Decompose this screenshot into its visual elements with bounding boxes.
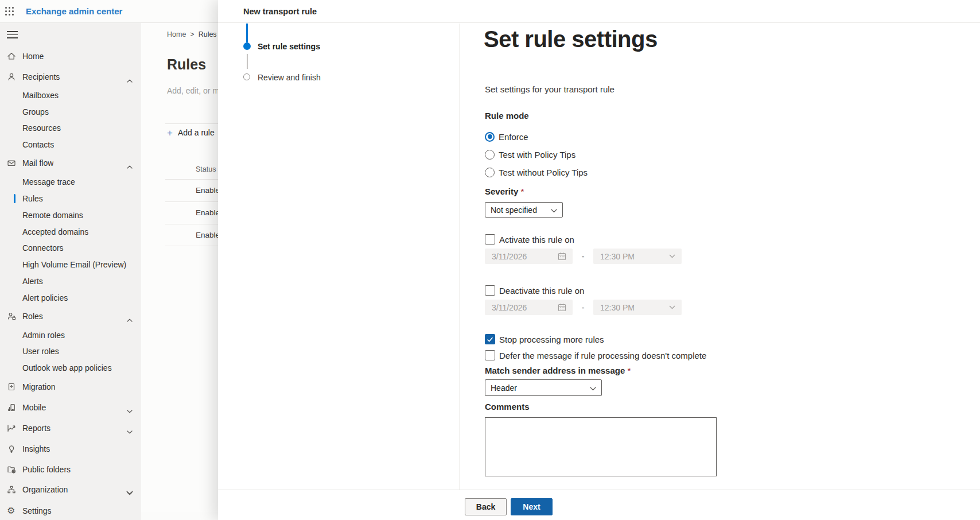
- step-current-dot: [243, 42, 251, 50]
- sidebar-item-alert-policies[interactable]: Alert policies: [0, 289, 141, 306]
- table-row-status[interactable]: Enabled: [196, 231, 218, 239]
- table-divider: [165, 201, 218, 202]
- sidebar-item-connectors[interactable]: Connectors: [0, 239, 141, 257]
- match-sender-label: Match sender address in message *: [485, 366, 631, 375]
- sidebar-item-mobile[interactable]: Mobile: [0, 399, 141, 416]
- chevron-up-icon: [127, 75, 133, 84]
- chevron-down-icon: [669, 254, 675, 258]
- radio-button[interactable]: [485, 168, 495, 177]
- sidebar-item-settings[interactable]: ⚙ Settings: [0, 502, 141, 519]
- sidebar-item-groups[interactable]: Groups: [0, 103, 141, 121]
- sidebar-item-insights[interactable]: Insights: [0, 440, 141, 457]
- chevron-down-icon: [127, 426, 133, 436]
- page-title: Rules: [167, 56, 206, 73]
- sidebar-item-alerts[interactable]: Alerts: [0, 273, 141, 290]
- radio-test-without-policy-tips[interactable]: Test without Policy Tips: [485, 167, 588, 177]
- severity-dropdown[interactable]: Not specified: [485, 202, 563, 218]
- exchange-admin-center-app: Exchange admin center Home Recipients Ma…: [0, 0, 980, 520]
- sidebar-item-recipients[interactable]: Recipients: [0, 68, 141, 86]
- sidebar-item-remote-domains[interactable]: Remote domains: [0, 207, 141, 224]
- radio-enforce[interactable]: Enforce: [485, 131, 528, 142]
- defer-message-checkbox-row[interactable]: Defer the message if rule processing doe…: [485, 350, 706, 360]
- status-column-header: Status: [196, 165, 216, 173]
- sidebar-item-message-trace[interactable]: Message trace: [0, 173, 141, 191]
- sidebar-item-admin-roles[interactable]: Admin roles: [0, 327, 141, 344]
- steps-content-divider: [459, 24, 460, 490]
- checkbox-unchecked[interactable]: [485, 350, 495, 360]
- breadcrumb: Home > Rules: [167, 30, 217, 38]
- sidebar-item-high-volume-email[interactable]: High Volume Email (Preview): [0, 256, 141, 273]
- lightbulb-icon: [7, 444, 22, 453]
- wizard-step-review-and-finish[interactable]: Review and finish: [258, 73, 321, 82]
- back-button[interactable]: Back: [465, 498, 507, 515]
- mail-icon: [7, 158, 22, 168]
- app-launcher-waffle-icon[interactable]: [5, 7, 15, 17]
- sidebar-item-accepted-domains[interactable]: Accepted domains: [0, 223, 141, 240]
- date-time-separator: -: [580, 303, 586, 312]
- sidebar-item-public-folders[interactable]: Public folders: [0, 461, 141, 478]
- deactivate-time-dropdown-disabled: 12:30 PM: [593, 300, 682, 315]
- match-sender-dropdown[interactable]: Header: [485, 379, 602, 396]
- footer-divider: [218, 490, 980, 490]
- chevron-down-icon: [669, 305, 675, 309]
- sidebar-item-home[interactable]: Home: [0, 48, 141, 65]
- flyout-header: New transport rule: [218, 0, 980, 23]
- sidebar-item-migration[interactable]: Migration: [0, 378, 141, 395]
- chevron-up-icon: [127, 315, 133, 324]
- add-a-rule-button[interactable]: + Add a rule: [167, 126, 215, 139]
- chevron-down-icon: [551, 205, 557, 215]
- activate-rule-checkbox-row[interactable]: Activate this rule on: [485, 234, 574, 245]
- next-button[interactable]: Next: [511, 498, 553, 515]
- severity-label: Severity *: [485, 187, 524, 196]
- activate-date-field-disabled: 3/11/2026: [485, 249, 573, 264]
- content-heading: Set rule settings: [484, 26, 658, 52]
- sidebar-item-rules[interactable]: Rules: [0, 190, 141, 207]
- sidebar-item-reports[interactable]: Reports: [0, 420, 141, 437]
- required-asterisk: *: [521, 187, 524, 196]
- sidebar-scroll-down-icon[interactable]: [126, 487, 133, 497]
- radio-button-selected[interactable]: [485, 132, 495, 142]
- home-icon: [7, 52, 22, 61]
- flyout-title: New transport rule: [243, 7, 317, 16]
- sidebar-item-roles[interactable]: Roles: [0, 308, 141, 325]
- calendar-icon: [558, 303, 566, 312]
- required-asterisk: *: [627, 366, 631, 375]
- person-icon: [7, 72, 22, 82]
- chevron-up-icon: [127, 161, 133, 170]
- table-row-status[interactable]: Enabled: [196, 186, 218, 195]
- chevron-down-icon: [590, 383, 596, 393]
- comments-textarea[interactable]: [485, 417, 717, 476]
- toolbar-divider: [165, 123, 218, 124]
- breadcrumb-current: Rules: [199, 30, 217, 38]
- radio-button[interactable]: [485, 150, 495, 160]
- sidebar-item-organization[interactable]: Organization: [0, 481, 141, 498]
- table-row-status[interactable]: Enabled: [196, 208, 218, 217]
- wizard-step-set-rule-settings[interactable]: Set rule settings: [258, 42, 320, 51]
- radio-test-with-policy-tips[interactable]: Test with Policy Tips: [485, 149, 575, 160]
- sidebar-item-mail-flow[interactable]: Mail flow: [0, 154, 141, 172]
- breadcrumb-home-link[interactable]: Home: [167, 30, 186, 38]
- sidebar-item-resources[interactable]: Resources: [0, 119, 141, 137]
- left-navigation: Home Recipients Mailboxes Groups Resourc…: [0, 23, 141, 520]
- page-description: Add, edit, or ma: [167, 86, 218, 95]
- checkbox-unchecked[interactable]: [485, 234, 495, 245]
- step-connector: [247, 54, 248, 69]
- breadcrumb-separator: >: [190, 30, 194, 38]
- sidebar-item-contacts[interactable]: Contacts: [0, 136, 141, 153]
- rules-page-background: Home > Rules Rules Add, edit, or ma + Ad…: [141, 23, 218, 520]
- folder-globe-icon: [7, 465, 22, 474]
- step-upcoming-circle: [243, 73, 250, 80]
- checkbox-checked[interactable]: [485, 334, 495, 344]
- new-transport-rule-flyout: New transport rule Set rule settings Rev…: [218, 0, 980, 520]
- sidebar-item-mailboxes[interactable]: Mailboxes: [0, 87, 141, 104]
- deactivate-date-field-disabled: 3/11/2026: [485, 300, 573, 315]
- table-divider: [165, 179, 218, 180]
- hamburger-menu-icon[interactable]: [7, 31, 18, 38]
- comments-label: Comments: [485, 402, 530, 412]
- stop-processing-checkbox-row[interactable]: Stop processing more rules: [485, 334, 604, 344]
- table-divider: [165, 224, 218, 224]
- sidebar-item-owa-policies[interactable]: Outlook web app policies: [0, 359, 141, 377]
- deactivate-rule-checkbox-row[interactable]: Deactivate this rule on: [485, 285, 584, 296]
- checkbox-unchecked[interactable]: [485, 285, 495, 296]
- sidebar-item-user-roles[interactable]: User roles: [0, 343, 141, 360]
